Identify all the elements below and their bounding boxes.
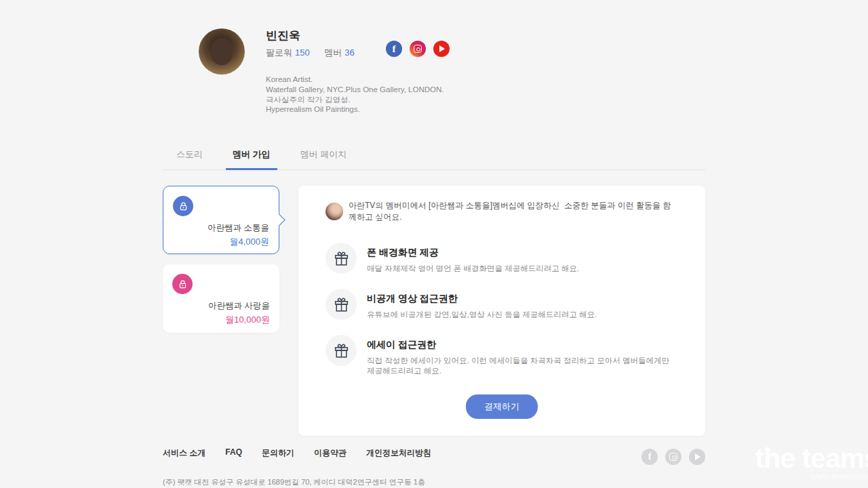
avatar-face-shape bbox=[211, 38, 233, 65]
benefit-title: 비공개 영상 접근권한 bbox=[367, 293, 597, 305]
footer-link-privacy[interactable]: 개인정보처리방침 bbox=[366, 447, 431, 459]
selected-plan-pointer bbox=[273, 214, 285, 226]
footer-links: 서비스 소개 FAQ 문의하기 이용약관 개인정보처리방침 bbox=[163, 447, 705, 459]
page-container: 빈진욱 팔로워150 멤버36 f Korean Artist. Waterfa… bbox=[163, 0, 705, 436]
footer-address: (주) 팻캣 대전 유성구 유성대로 1689번길 70, 케이디 대덕2연구센… bbox=[163, 477, 705, 487]
profile-name: 빈진욱 bbox=[266, 28, 300, 43]
benefit-description: 유튜브에 비공개된 강연,일상,영상 사진 등을 제공해드리려고 해요. bbox=[367, 310, 597, 320]
pay-row: 결제하기 bbox=[326, 394, 678, 419]
theteams-url: www.theteams.kr bbox=[755, 471, 868, 481]
youtube-icon[interactable] bbox=[433, 41, 450, 57]
footer-link-service[interactable]: 서비스 소개 bbox=[163, 447, 205, 459]
bio-line: Korean Artist. bbox=[266, 75, 443, 85]
bio-line: Hyperrealism Oil Paintings. bbox=[266, 104, 443, 115]
footer-social-links: f bbox=[642, 449, 705, 465]
theteams-watermark: the teams www.theteams.kr bbox=[755, 446, 868, 481]
intro-text: 아란TV의 멤버미에서 [아란쌤과 소통을]멤버십에 입장하신 소중한 분들과 … bbox=[349, 200, 678, 223]
gift-icon bbox=[326, 243, 357, 274]
creator-avatar bbox=[326, 203, 343, 220]
tab-member-join[interactable]: 멤버 가입 bbox=[226, 148, 277, 170]
benefit-item: 에세이 접근권한 직접 작성한 에세이가 있어요. 이런 에세이들을 차곡차곡 … bbox=[326, 335, 678, 376]
footer: 서비스 소개 FAQ 문의하기 이용약관 개인정보처리방침 (주) 팻캣 대전 … bbox=[163, 447, 705, 487]
benefit-description: 매달 자체제작 영어 명언 폰 배경화면을 제공해드리려고 해요. bbox=[367, 264, 579, 274]
plan-price: 월4,000원 bbox=[229, 236, 269, 248]
gift-icon bbox=[326, 335, 357, 366]
youtube-icon[interactable] bbox=[689, 449, 705, 465]
profile-avatar bbox=[199, 28, 245, 75]
lock-icon bbox=[173, 196, 193, 216]
membership-card-pink[interactable]: 아란쌤과 사랑을 월10,000원 bbox=[163, 264, 279, 333]
bio-line: Waterfall Gallery, NYC.Plus One Gallery,… bbox=[266, 85, 443, 95]
followers-label: 팔로워 bbox=[266, 47, 292, 58]
benefit-title: 에세이 접근권한 bbox=[367, 339, 678, 351]
benefit-title: 폰 배경화면 제공 bbox=[367, 247, 579, 259]
plan-name: 아란쌤과 소통을 bbox=[208, 222, 269, 234]
gift-icon bbox=[326, 289, 357, 320]
membership-card-blue[interactable]: 아란쌤과 소통을 월4,000원 bbox=[163, 186, 279, 254]
pay-button[interactable]: 결제하기 bbox=[466, 394, 538, 419]
facebook-icon[interactable]: f bbox=[386, 41, 402, 57]
profile-stats: 팔로워150 멤버36 bbox=[266, 47, 355, 59]
members-label: 멤버 bbox=[324, 47, 342, 58]
profile-social-links: f bbox=[386, 41, 450, 57]
tab-bar: 스토리 멤버 가입 멤버 페이지 bbox=[163, 146, 705, 170]
benefit-item: 비공개 영상 접근권한 유튜브에 비공개된 강연,일상,영상 사진 등을 제공해… bbox=[326, 289, 678, 320]
plan-price: 월10,000원 bbox=[225, 314, 270, 326]
footer-link-contact[interactable]: 문의하기 bbox=[262, 447, 294, 459]
followers-count: 150 bbox=[295, 47, 310, 58]
instagram-icon[interactable] bbox=[665, 449, 682, 465]
footer-link-terms[interactable]: 이용약관 bbox=[314, 447, 347, 459]
members-count: 36 bbox=[344, 47, 354, 58]
facebook-icon[interactable]: f bbox=[642, 449, 658, 465]
tab-story[interactable]: 스토리 bbox=[170, 148, 210, 169]
profile-bio: Korean Artist. Waterfall Gallery, NYC.Pl… bbox=[266, 75, 443, 115]
main-content: 아란쌤과 소통을 월4,000원 아란쌤과 사랑을 월10,000원 bbox=[163, 186, 705, 436]
benefit-item: 폰 배경화면 제공 매달 자체제작 영어 명언 폰 배경화면을 제공해드리려고 … bbox=[326, 243, 678, 274]
theteams-logo: the teams bbox=[755, 446, 868, 470]
membership-detail-panel: 아란TV의 멤버미에서 [아란쌤과 소통을]멤버십에 입장하신 소중한 분들과 … bbox=[298, 186, 705, 436]
benefit-description: 직접 작성한 에세이가 있어요. 이런 에세이들을 차곡차곡 정리하고 모아서 … bbox=[367, 356, 678, 376]
profile-header: 빈진욱 팔로워150 멤버36 f Korean Artist. Waterfa… bbox=[163, 0, 705, 146]
bio-line: 극사실주의 작가 김영성. bbox=[266, 95, 443, 105]
instagram-icon[interactable] bbox=[410, 41, 426, 57]
tab-member-page[interactable]: 멤버 페이지 bbox=[294, 148, 354, 169]
membership-plan-list: 아란쌤과 소통을 월4,000원 아란쌤과 사랑을 월10,000원 bbox=[163, 186, 279, 343]
membership-intro: 아란TV의 멤버미에서 [아란쌤과 소통을]멤버십에 입장하신 소중한 분들과 … bbox=[326, 200, 678, 223]
footer-link-faq[interactable]: FAQ bbox=[225, 447, 242, 459]
lock-icon bbox=[172, 274, 193, 294]
plan-name: 아란쌤과 사랑을 bbox=[208, 300, 270, 312]
